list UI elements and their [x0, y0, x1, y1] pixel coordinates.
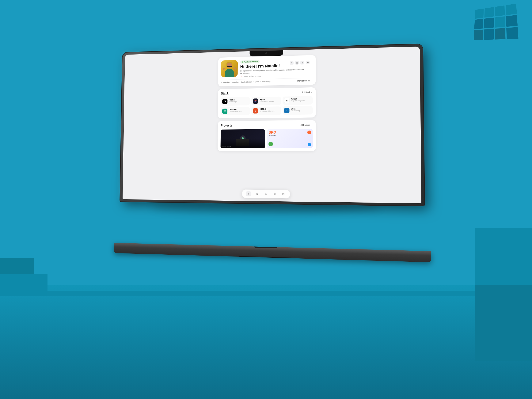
framer-name: Framer — [229, 99, 237, 101]
behance-icon[interactable]: ⊕ — [300, 61, 304, 64]
css3-name: CSS 3 — [291, 108, 300, 110]
css3-icon: 3 — [284, 108, 289, 113]
html5-desc: Structure and Content — [260, 110, 274, 112]
dribbble-icon[interactable]: Be — [306, 61, 310, 64]
notion-desc: Project Management — [291, 100, 305, 102]
available-dot — [242, 61, 243, 63]
projects-grid: Portfolio Website BRO Hi, I'm Serif — [221, 129, 313, 148]
nav-profile[interactable]: ◉ — [254, 191, 260, 196]
svg-rect-2 — [256, 100, 256, 101]
profile-photo — [221, 60, 238, 77]
chatgpt-desc: Content Generation — [229, 111, 242, 113]
profile-card: 𝕏 ◎ ⊕ Be — [218, 55, 316, 87]
tag-web-design: + Web Design — [260, 81, 270, 83]
more-about-button[interactable]: More about Me → — [297, 80, 313, 82]
stack-item-chatgpt: Chat GPT Content Generation — [221, 107, 250, 115]
full-stack-link[interactable]: Full Stack → — [302, 91, 313, 94]
stack-item-notion: N Notion Project Management — [283, 96, 313, 105]
stack-header: Stack Full Stack → — [221, 90, 313, 95]
laptop-base — [114, 243, 431, 262]
screen-content: 𝕏 ◎ ⊕ Be — [123, 47, 421, 203]
figma-desc: Collaborative Design — [260, 100, 274, 102]
project-thumb-2[interactable]: BRO Hi, I'm Serif — [267, 129, 313, 148]
projects-header: Projects All Projects → — [221, 123, 313, 127]
notion-icon: N — [284, 98, 289, 103]
available-badge: Available for work — [240, 60, 260, 63]
projects-title: Projects — [221, 124, 232, 127]
camera-dot — [266, 52, 267, 54]
framer-icon — [222, 99, 228, 104]
nav-projects[interactable]: ⊞ — [272, 191, 277, 197]
laptop-base-bottom — [239, 256, 292, 258]
html5-name: HTML 5 — [260, 108, 275, 110]
html5-icon: 5 — [253, 108, 258, 114]
svg-rect-3 — [255, 101, 256, 102]
webpage: 𝕏 ◎ ⊕ Be — [123, 47, 421, 203]
stack-title: Stack — [221, 92, 229, 95]
stack-item-framer: Framer Web Design — [221, 97, 250, 106]
camera-notch — [250, 50, 284, 57]
profile-social: 𝕏 ◎ ⊕ Be — [290, 61, 310, 65]
nav-home[interactable]: ⌂ — [246, 191, 251, 196]
figma-icon — [253, 99, 258, 104]
stack-card: Stack Full Stack → Framer — [218, 87, 316, 118]
stack-item-html5: 5 HTML 5 Structure and Content — [251, 107, 281, 115]
chatgpt-icon — [222, 109, 228, 114]
location-icon: 📍 — [240, 76, 242, 77]
instagram-icon[interactable]: ◎ — [295, 61, 299, 65]
projects-card: Projects All Projects → — [218, 120, 316, 152]
profile-location: 📍 London, United Kingdom — [240, 74, 313, 77]
bottom-nav: ⌂ ◉ ◈ ⊞ ✉ — [242, 190, 290, 198]
nav-stack[interactable]: ◈ — [263, 191, 268, 197]
chatgpt-name: Chat GPT — [229, 108, 242, 111]
tag-branding: + Branding — [231, 81, 239, 83]
tag-product-design: + Product Design — [240, 81, 252, 83]
tag-uxui: + UX/UI — [253, 81, 259, 83]
all-projects-link[interactable]: All Projects → — [301, 124, 313, 126]
profile-bio: I'm a passionate web designer dedicated … — [240, 68, 313, 75]
framer-desc: Web Design — [229, 101, 237, 103]
screen-bezel: 𝕏 ◎ ⊕ Be — [123, 47, 421, 203]
tag-marketing: + Marketing — [221, 81, 229, 84]
laptop-hinge — [254, 247, 277, 248]
project-thumb-1[interactable]: Portfolio Website — [221, 129, 265, 148]
stack-item-figma: Figma Collaborative Design — [251, 97, 281, 105]
stack-grid: Framer Web Design — [221, 96, 313, 115]
svg-point-5 — [224, 111, 225, 112]
twitter-icon[interactable]: 𝕏 — [290, 61, 294, 65]
profile-footer: + Marketing + Branding + Product Design … — [221, 78, 313, 83]
laptop-lid: 𝕏 ◎ ⊕ Be — [120, 44, 424, 206]
tags-row: + Marketing + Branding + Product Design … — [221, 80, 297, 84]
css3-desc: Visual Styling — [291, 110, 300, 112]
nav-contact[interactable]: ✉ — [281, 191, 286, 197]
svg-rect-1 — [255, 100, 256, 101]
stack-item-css3: 3 CSS 3 Visual Styling — [283, 106, 313, 115]
